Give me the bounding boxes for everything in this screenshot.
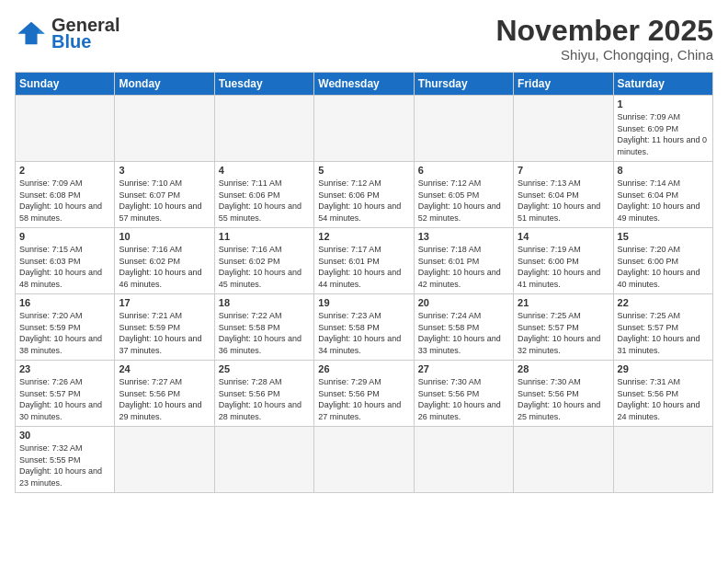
day-info: Sunrise: 7:15 AM Sunset: 6:03 PM Dayligh…	[19, 244, 110, 290]
week-row-5: 23Sunrise: 7:26 AM Sunset: 5:57 PM Dayli…	[16, 361, 713, 427]
calendar-cell: 25Sunrise: 7:28 AM Sunset: 5:56 PM Dayli…	[214, 361, 313, 427]
calendar-cell: 22Sunrise: 7:25 AM Sunset: 5:57 PM Dayli…	[613, 294, 712, 361]
day-info: Sunrise: 7:16 AM Sunset: 6:02 PM Dayligh…	[219, 244, 310, 290]
calendar-cell: 18Sunrise: 7:22 AM Sunset: 5:58 PM Dayli…	[214, 294, 313, 361]
day-info: Sunrise: 7:11 AM Sunset: 6:06 PM Dayligh…	[219, 178, 310, 224]
calendar-cell: 3Sunrise: 7:10 AM Sunset: 6:07 PM Daylig…	[115, 162, 214, 228]
calendar-cell: 6Sunrise: 7:12 AM Sunset: 6:05 PM Daylig…	[414, 162, 513, 228]
calendar-cell	[115, 427, 214, 492]
day-number: 11	[219, 231, 310, 242]
calendar-cell: 14Sunrise: 7:19 AM Sunset: 6:00 PM Dayli…	[514, 228, 613, 294]
day-number: 16	[19, 297, 110, 308]
day-number: 28	[518, 363, 609, 374]
calendar-cell: 23Sunrise: 7:26 AM Sunset: 5:57 PM Dayli…	[16, 361, 115, 427]
day-number: 23	[19, 363, 110, 374]
day-info: Sunrise: 7:22 AM Sunset: 5:58 PM Dayligh…	[219, 310, 310, 356]
day-number: 22	[618, 297, 709, 308]
day-number: 9	[19, 231, 110, 242]
title-block: November 2025 Shiyu, Chongqing, China	[495, 15, 713, 63]
calendar-cell: 17Sunrise: 7:21 AM Sunset: 5:59 PM Dayli…	[115, 294, 214, 361]
calendar-cell: 29Sunrise: 7:31 AM Sunset: 5:56 PM Dayli…	[613, 361, 712, 427]
calendar-cell: 7Sunrise: 7:13 AM Sunset: 6:04 PM Daylig…	[514, 162, 613, 228]
day-number: 10	[119, 231, 210, 242]
calendar-cell: 20Sunrise: 7:24 AM Sunset: 5:58 PM Dayli…	[414, 294, 513, 361]
weekday-header-row: SundayMondayTuesdayWednesdayThursdayFrid…	[16, 73, 713, 96]
day-info: Sunrise: 7:25 AM Sunset: 5:57 PM Dayligh…	[618, 310, 709, 356]
day-number: 29	[618, 363, 709, 374]
calendar-cell	[514, 427, 613, 492]
day-number: 6	[418, 165, 509, 176]
weekday-header-friday: Friday	[514, 73, 613, 96]
calendar-cell: 4Sunrise: 7:11 AM Sunset: 6:06 PM Daylig…	[214, 162, 313, 228]
day-number: 1	[618, 98, 709, 109]
day-number: 13	[418, 231, 509, 242]
calendar-cell	[314, 427, 414, 492]
day-number: 21	[518, 297, 609, 308]
day-info: Sunrise: 7:16 AM Sunset: 6:02 PM Dayligh…	[119, 244, 210, 290]
calendar-cell: 19Sunrise: 7:23 AM Sunset: 5:58 PM Dayli…	[314, 294, 414, 361]
day-number: 20	[418, 297, 509, 308]
logo-icon	[15, 20, 48, 46]
day-number: 14	[518, 231, 609, 242]
week-row-6: 30Sunrise: 7:32 AM Sunset: 5:55 PM Dayli…	[16, 427, 713, 492]
calendar-cell: 1Sunrise: 7:09 AM Sunset: 6:09 PM Daylig…	[613, 96, 712, 162]
day-info: Sunrise: 7:27 AM Sunset: 5:56 PM Dayligh…	[119, 376, 210, 422]
month-title: November 2025	[495, 15, 713, 47]
calendar-cell: 28Sunrise: 7:30 AM Sunset: 5:56 PM Dayli…	[514, 361, 613, 427]
calendar-cell: 16Sunrise: 7:20 AM Sunset: 5:59 PM Dayli…	[16, 294, 115, 361]
weekday-header-thursday: Thursday	[414, 73, 513, 96]
calendar-cell	[314, 96, 414, 162]
calendar-cell	[214, 96, 313, 162]
day-info: Sunrise: 7:12 AM Sunset: 6:06 PM Dayligh…	[318, 178, 409, 224]
week-row-2: 2Sunrise: 7:09 AM Sunset: 6:08 PM Daylig…	[16, 162, 713, 228]
calendar-cell	[514, 96, 613, 162]
week-row-3: 9Sunrise: 7:15 AM Sunset: 6:03 PM Daylig…	[16, 228, 713, 294]
calendar-cell	[414, 96, 513, 162]
day-number: 4	[219, 165, 310, 176]
day-info: Sunrise: 7:20 AM Sunset: 5:59 PM Dayligh…	[19, 310, 110, 356]
day-info: Sunrise: 7:25 AM Sunset: 5:57 PM Dayligh…	[518, 310, 609, 356]
weekday-header-saturday: Saturday	[613, 73, 712, 96]
day-number: 18	[219, 297, 310, 308]
calendar: SundayMondayTuesdayWednesdayThursdayFrid…	[15, 72, 713, 492]
day-number: 19	[318, 297, 409, 308]
day-number: 30	[19, 430, 110, 441]
week-row-4: 16Sunrise: 7:20 AM Sunset: 5:59 PM Dayli…	[16, 294, 713, 361]
day-info: Sunrise: 7:24 AM Sunset: 5:58 PM Dayligh…	[418, 310, 509, 356]
day-info: Sunrise: 7:14 AM Sunset: 6:04 PM Dayligh…	[618, 178, 709, 224]
day-info: Sunrise: 7:20 AM Sunset: 6:00 PM Dayligh…	[618, 244, 709, 290]
day-number: 17	[119, 297, 210, 308]
day-info: Sunrise: 7:09 AM Sunset: 6:08 PM Dayligh…	[19, 178, 110, 224]
calendar-cell	[414, 427, 513, 492]
day-number: 24	[119, 363, 210, 374]
day-info: Sunrise: 7:28 AM Sunset: 5:56 PM Dayligh…	[219, 376, 310, 422]
day-number: 26	[318, 363, 409, 374]
day-info: Sunrise: 7:23 AM Sunset: 5:58 PM Dayligh…	[318, 310, 409, 356]
weekday-header-tuesday: Tuesday	[214, 73, 313, 96]
day-info: Sunrise: 7:19 AM Sunset: 6:00 PM Dayligh…	[518, 244, 609, 290]
calendar-cell: 24Sunrise: 7:27 AM Sunset: 5:56 PM Dayli…	[115, 361, 214, 427]
day-number: 12	[318, 231, 409, 242]
weekday-header-monday: Monday	[115, 73, 214, 96]
day-number: 5	[318, 165, 409, 176]
calendar-cell: 8Sunrise: 7:14 AM Sunset: 6:04 PM Daylig…	[613, 162, 712, 228]
calendar-cell: 10Sunrise: 7:16 AM Sunset: 6:02 PM Dayli…	[115, 228, 214, 294]
day-number: 7	[518, 165, 609, 176]
calendar-cell: 27Sunrise: 7:30 AM Sunset: 5:56 PM Dayli…	[414, 361, 513, 427]
week-row-1: 1Sunrise: 7:09 AM Sunset: 6:09 PM Daylig…	[16, 96, 713, 162]
day-number: 15	[618, 231, 709, 242]
calendar-cell: 2Sunrise: 7:09 AM Sunset: 6:08 PM Daylig…	[16, 162, 115, 228]
day-info: Sunrise: 7:30 AM Sunset: 5:56 PM Dayligh…	[518, 376, 609, 422]
logo: General Blue	[15, 15, 119, 52]
day-info: Sunrise: 7:12 AM Sunset: 6:05 PM Dayligh…	[418, 178, 509, 224]
day-info: Sunrise: 7:26 AM Sunset: 5:57 PM Dayligh…	[19, 376, 110, 422]
calendar-cell: 11Sunrise: 7:16 AM Sunset: 6:02 PM Dayli…	[214, 228, 313, 294]
page: General Blue November 2025 Shiyu, Chongq…	[0, 0, 728, 563]
day-number: 2	[19, 165, 110, 176]
calendar-cell	[613, 427, 712, 492]
subtitle: Shiyu, Chongqing, China	[495, 47, 713, 63]
calendar-cell: 5Sunrise: 7:12 AM Sunset: 6:06 PM Daylig…	[314, 162, 414, 228]
calendar-cell: 12Sunrise: 7:17 AM Sunset: 6:01 PM Dayli…	[314, 228, 414, 294]
day-info: Sunrise: 7:31 AM Sunset: 5:56 PM Dayligh…	[618, 376, 709, 422]
calendar-cell: 15Sunrise: 7:20 AM Sunset: 6:00 PM Dayli…	[613, 228, 712, 294]
